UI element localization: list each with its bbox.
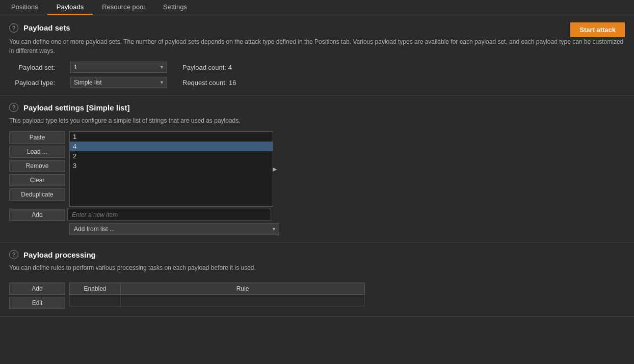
payload-set-select[interactable]: 1 <box>70 62 167 73</box>
payload-settings-title: Payload settings [Simple list] <box>23 103 129 112</box>
processing-content: Add Edit Enabled Rule <box>9 278 625 309</box>
payload-processing-section: ? Payload processing You can define rule… <box>0 243 634 317</box>
main-content: ? Payload sets Start attack You can defi… <box>0 15 634 317</box>
payload-settings-section: ? Payload settings [Simple list] This pa… <box>0 96 634 243</box>
add-button[interactable]: Add <box>9 209 65 221</box>
payload-sets-help-icon[interactable]: ? <box>9 23 18 33</box>
payload-sets-header: ? Payload sets <box>9 23 70 33</box>
list-item[interactable]: 4 <box>70 142 273 151</box>
payload-processing-title: Payload processing <box>23 250 96 259</box>
processing-table-header-rule: Rule <box>121 283 365 295</box>
payload-processing-desc: You can define rules to perform various … <box>9 263 625 272</box>
load-button[interactable]: Load ... <box>9 146 65 158</box>
paste-button[interactable]: Paste <box>9 131 65 144</box>
payload-sets-form: Payload set: 1 Payload count: 4 Payload … <box>9 62 625 88</box>
payload-list-area: Paste Load ... Remove Clear Deduplicate … <box>9 131 625 207</box>
processing-table: Enabled Rule <box>69 283 365 306</box>
payload-processing-help-icon[interactable]: ? <box>9 250 18 259</box>
list-item[interactable]: 1 <box>70 132 273 142</box>
payload-set-row: Payload set: 1 Payload count: 4 <box>9 62 625 73</box>
payload-type-row: Payload type: Simple list Request count:… <box>9 77 625 88</box>
add-from-list-row: Add from list ... <box>69 223 625 235</box>
processing-edit-button[interactable]: Edit <box>9 297 65 309</box>
listbox-container: 1423 ► <box>69 131 273 207</box>
tab-resource-pool[interactable]: Resource pool <box>93 0 154 15</box>
payload-type-label: Payload type: <box>9 79 55 87</box>
payload-set-select-wrapper: 1 <box>70 62 167 73</box>
add-from-list-select[interactable]: Add from list ... <box>69 223 279 235</box>
remove-button[interactable]: Remove <box>9 160 65 172</box>
payload-type-select-wrapper: Simple list <box>70 77 167 88</box>
request-count-info: Request count: 16 <box>182 79 236 87</box>
payload-settings-desc: This payload type lets you configure a s… <box>9 116 625 125</box>
payload-sets-desc: You can define one or more payload sets.… <box>9 37 625 55</box>
payload-sets-section: ? Payload sets Start attack You can defi… <box>0 15 634 96</box>
deduplicate-button[interactable]: Deduplicate <box>9 188 65 201</box>
tab-settings[interactable]: Settings <box>154 0 196 15</box>
processing-add-button[interactable]: Add <box>9 283 65 295</box>
payload-action-buttons: Paste Load ... Remove Clear Deduplicate <box>9 131 65 207</box>
payload-listbox[interactable]: 1423 <box>69 131 273 207</box>
processing-action-buttons: Add Edit <box>9 283 65 309</box>
processing-table-header-enabled: Enabled <box>70 283 121 295</box>
payload-set-label: Payload set: <box>9 64 55 71</box>
processing-table-empty-row <box>70 295 365 306</box>
add-from-list-select-wrapper: Add from list ... <box>69 223 279 235</box>
listbox-arrow: ► <box>269 165 280 173</box>
list-item[interactable]: 2 <box>70 151 273 161</box>
payload-sets-header-row: ? Payload sets Start attack <box>9 22 625 37</box>
payload-count-info: Payload count: 4 <box>182 64 232 71</box>
tab-payloads[interactable]: Payloads <box>47 0 93 15</box>
payload-sets-title: Payload sets <box>23 23 70 32</box>
payload-settings-header: ? Payload settings [Simple list] <box>9 103 625 112</box>
tab-positions[interactable]: Positions <box>2 0 47 15</box>
add-item-row: Add <box>9 209 625 221</box>
list-item[interactable]: 3 <box>70 161 273 171</box>
clear-button[interactable]: Clear <box>9 174 65 186</box>
start-attack-button[interactable]: Start attack <box>570 22 625 37</box>
payload-settings-help-icon[interactable]: ? <box>9 103 18 112</box>
add-item-input[interactable] <box>67 209 271 221</box>
payload-processing-header: ? Payload processing <box>9 250 625 259</box>
payload-type-select[interactable]: Simple list <box>70 77 167 88</box>
tab-bar: Positions Payloads Resource pool Setting… <box>0 0 634 15</box>
